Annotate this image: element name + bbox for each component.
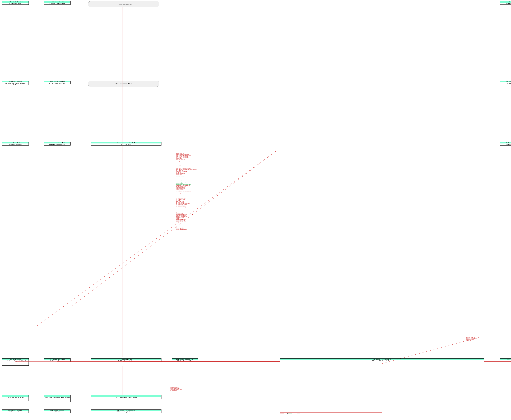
- node-header: Private Rail Operators: [500, 1, 511, 3]
- node-header: Private Map Data Providers: [2, 142, 29, 143]
- node-odot-itms[interactable]: Ohio Department of Transportation ODOT I…: [44, 410, 70, 413]
- node-header: Central Ohio Transit Authority (COTA): [44, 1, 70, 3]
- node-body: ODOT State Communication Center: [91, 360, 161, 362]
- node-cota-paratransit[interactable]: Central Ohio Transit Authority (COTA) CO…: [2, 1, 29, 5]
- node-header: City of Columbus Police Department: [44, 359, 70, 360]
- node-odot-lane-ctrl[interactable]: Ohio Department of Transportation ODOT L…: [2, 410, 29, 413]
- node-body: ODOT Traffic Signals: [91, 143, 161, 145]
- connector-layer: [0, 0, 511, 420]
- pill-label: ITS Communications Equipment: [116, 3, 132, 5]
- node-header: Ohio Department of Transportation: [44, 395, 70, 397]
- node-body: Private Rail Wayside Equipment: [500, 3, 511, 5]
- diagram-canvas: Central Ohio Transit Authority (COTA) CO…: [0, 0, 511, 420]
- node-body: ODOT Speed Monitoring Roadside Equipment: [91, 411, 161, 413]
- node-rail-ops[interactable]: Private Rail Operators Private Rail Ways…: [500, 1, 511, 5]
- node-body: ODOT Automated Lane Closure System: [2, 397, 29, 399]
- node-header: Central Ohio Transit Authority (COTA): [2, 1, 29, 3]
- node-body: DATA On-Demand Transit Vehicles: [44, 82, 70, 84]
- node-body: Local 911 Call Centers: [500, 360, 511, 362]
- node-map-update[interactable]: Private Map Data Providers Private Map U…: [2, 142, 29, 145]
- legend-swatch-unspecified: [297, 413, 300, 413]
- node-header: Ohio Department of Transportation (ODOT): [91, 142, 161, 143]
- legend-label-existing: Existing: [285, 412, 288, 413]
- node-header: Ohio Department of Transportation: [44, 410, 70, 411]
- pill-its-comm[interactable]: ITS Communications Equipment: [88, 1, 159, 7]
- node-body: ODOT Speed Monitoring Roadside Equipment: [91, 397, 161, 399]
- node-odot-roadway-info[interactable]: Ohio Department of Transportation ODOT R…: [44, 395, 70, 402]
- node-body: City of Columbus 911 Call Center: [44, 360, 70, 362]
- node-header: Delaware Area Transit Agency (DATA): [44, 81, 70, 82]
- node-header: Ohio Department of Transportation (ODOT): [91, 410, 161, 411]
- node-header: Delaware Area Transit Agency (DATA): [44, 142, 70, 143]
- flow-labels-side-b: speed warning informationspeed monitorin…: [170, 387, 213, 391]
- node-header: Ohio Department of Transportation: [500, 142, 511, 143]
- node-header: Regional Emergency Agencies: [500, 359, 511, 360]
- flow-labels-center: intersection safety alertintersection in…: [176, 153, 241, 230]
- node-body: ODOT ITMS: [44, 411, 70, 413]
- node-body: DATA Transit Fixed Route Vehicles: [44, 143, 70, 145]
- node-odot-cv-monitor[interactable]: Ohio Department of Transportation ODOT C…: [500, 142, 511, 145]
- node-body: ODOT Variable Speed Limit Signs: [172, 360, 198, 362]
- node-regional-ea[interactable]: Regional Emergency Agencies Local 911 Ca…: [500, 358, 511, 362]
- node-cota-fixed[interactable]: Central Ohio Transit Authority (COTA) CO…: [44, 1, 70, 5]
- node-data-demand[interactable]: Delaware Area Transit Agency (DATA) DATA…: [44, 81, 70, 84]
- node-oshp[interactable]: Ohio State Highway Patrol ODOT State Com…: [91, 358, 162, 362]
- flow-labels-side-c: vehicle path prediction (E)vehicle envir…: [466, 337, 499, 341]
- node-header: Ohio Department of Transportation: [2, 410, 29, 411]
- node-odot-speed-mon-2[interactable]: Ohio Department of Transportation (ODOT)…: [91, 410, 162, 413]
- node-body: COTA Paratransit Vehicles: [2, 3, 29, 5]
- node-local-police-disp[interactable]: Local Police Departments Local Public Sa…: [2, 358, 29, 366]
- flow-labels-side-a: wide-area information server dataarea co…: [4, 370, 57, 372]
- node-data-fixed[interactable]: Delaware Area Transit Agency (DATA) DATA…: [44, 142, 70, 145]
- node-odot-cert[interactable]: Ohio Department of Transportation ODOT C…: [500, 81, 511, 84]
- pill-label: ODOT Event Streaming Platform: [116, 83, 132, 84]
- legend-label-planned: Planned: [293, 412, 296, 413]
- node-odot-mgmt[interactable]: Ohio Department of Transportation ODOT T…: [2, 81, 29, 85]
- node-header: Ohio Department of Transportation: [2, 81, 29, 82]
- node-body: COTA Transit Fixed Route Vehicles: [44, 3, 70, 5]
- legend-swatch-planned: [288, 413, 292, 413]
- node-body: Private Map Update Systems: [2, 143, 29, 145]
- node-header: Local Police Departments: [2, 359, 29, 360]
- node-body: ODOT Connected Vehicle Roadside Equipmen…: [280, 360, 484, 362]
- node-header: Ohio State Highway Patrol: [91, 359, 161, 360]
- node-odot-lane-close[interactable]: Ohio Department of Transportation ODOT A…: [2, 395, 29, 401]
- node-body: ODOT Certification System: [500, 82, 511, 84]
- legend-swatch-existing: [280, 413, 284, 413]
- node-header: Ohio Department of Transportation: [500, 81, 511, 82]
- node-body: ODOT CV Service Monitor System: [500, 143, 511, 145]
- node-header: Ohio Department of Transportation (ODOT): [172, 359, 198, 360]
- legend-label-unspecified: (Unspecified): [301, 412, 306, 413]
- node-odot-vsl[interactable]: Ohio Department of Transportation (ODOT)…: [172, 358, 198, 362]
- node-header: Ohio Department of Transportation: [2, 395, 29, 397]
- node-odot-cvre[interactable]: Ohio Department of Transportation (ODOT)…: [280, 358, 484, 362]
- node-cpd-call[interactable]: City of Columbus Police Department City …: [44, 358, 70, 362]
- node-odot-speed-mon[interactable]: Ohio Department of Transportation (ODOT)…: [91, 395, 162, 399]
- node-body: ODOT Roadway Information and Detection E…: [44, 397, 70, 399]
- node-body: ODOT Lane Control Devices: [2, 411, 29, 413]
- legend: Existing Planned (Unspecified): [280, 412, 306, 413]
- node-body: Local Public Safety Management and Dispa…: [2, 360, 29, 362]
- node-header: Ohio Department of Transportation (ODOT): [91, 395, 161, 397]
- node-header: Ohio Department of Transportation (ODOT): [280, 359, 484, 360]
- pill-odot-esp[interactable]: ODOT Event Streaming Platform: [88, 81, 159, 87]
- node-body: ODOT Transportation Information Manageme…: [2, 82, 29, 85]
- node-odot-signals[interactable]: Ohio Department of Transportation (ODOT)…: [91, 142, 162, 145]
